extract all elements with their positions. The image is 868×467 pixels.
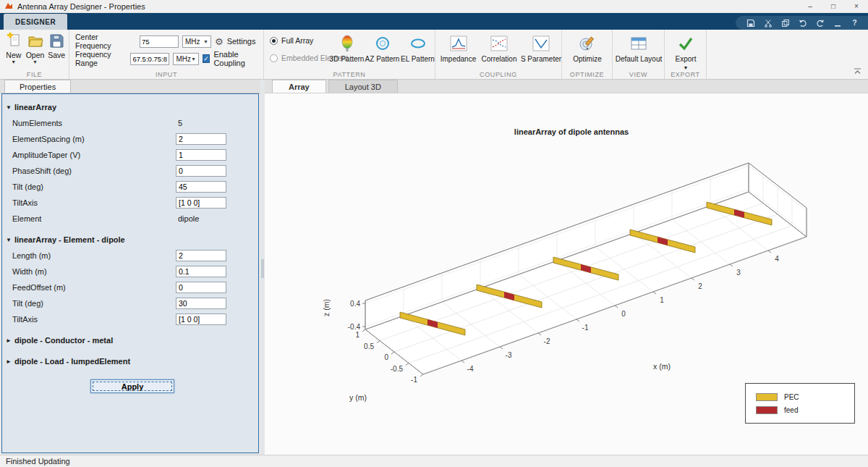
caret-down-icon: ▼ [203, 39, 208, 44]
property-section-header[interactable]: ►dipole - Load - lumpedElement [2, 353, 258, 369]
property-input[interactable] [176, 165, 226, 177]
export-button[interactable]: Export ▼ [667, 33, 705, 70]
property-input[interactable] [176, 133, 226, 145]
save-icon[interactable] [746, 18, 755, 28]
undo-icon[interactable] [798, 18, 807, 28]
el-pattern-button[interactable]: EL Pattern [400, 33, 435, 63]
redo-icon[interactable] [815, 18, 825, 28]
frequency-range-input[interactable] [130, 53, 169, 65]
y-tick [377, 341, 380, 343]
property-row: NumElements5 [2, 115, 258, 131]
titlebar: Antenna Array Designer - Properties – □ … [0, 0, 868, 13]
save-button[interactable]: Save [47, 33, 66, 64]
new-button[interactable]: New ▼ [4, 33, 23, 64]
section-label-export: EXPORT [665, 71, 706, 78]
property-label: Tilt (deg) [12, 182, 43, 191]
x-tick-label: -1 [582, 324, 589, 332]
correlation-icon [490, 34, 509, 53]
property-section-header[interactable]: ▼linearArray [2, 99, 258, 115]
property-input[interactable] [176, 250, 226, 261]
expanded-arrow-icon: ▼ [6, 237, 12, 243]
apply-button[interactable]: Apply [90, 379, 174, 393]
optimize-label: Optimize [573, 55, 601, 63]
az-pattern-icon [373, 34, 392, 53]
y-tick-label: -1 [411, 376, 417, 384]
x-tick [538, 333, 541, 335]
caret-down-icon: ▼ [33, 60, 38, 64]
property-label: TiltAxis [12, 315, 38, 324]
property-input[interactable] [176, 298, 226, 309]
section-optimize: Optimize OPTIMIZE [562, 30, 613, 79]
copy-icon[interactable] [780, 18, 790, 28]
x-axis-label: x (m) [653, 362, 671, 371]
x-tick [730, 264, 733, 266]
z-tick-label: 0.4 [350, 300, 360, 308]
property-input[interactable] [176, 282, 226, 293]
full-array-label: Full Array [281, 36, 313, 45]
property-label: linearArray [14, 103, 56, 112]
property-label: NumElements [12, 119, 62, 127]
tab-layout-3d[interactable]: Layout 3D [328, 80, 398, 93]
main-area: Properties ▼linearArrayNumElements5Eleme… [0, 80, 868, 455]
property-row: Width (m) [2, 264, 258, 279]
tab-designer[interactable]: DESIGNER [4, 14, 67, 30]
x-tick [768, 251, 771, 253]
help-icon[interactable]: ? [850, 18, 859, 28]
s-parameter-label: S Parameter [521, 55, 561, 63]
collapse-ribbon-button[interactable] [853, 67, 862, 76]
property-label: Length (m) [12, 251, 51, 260]
cut-icon[interactable] [763, 18, 773, 28]
collapsed-arrow-icon: ► [6, 358, 12, 365]
correlation-button[interactable]: Correlation [478, 33, 520, 63]
plot-region: Array Layout 3D -4-3-2-10123410.50-0.5-1… [265, 80, 868, 455]
tab-properties[interactable]: Properties [4, 80, 71, 93]
frequency-range-unit-select[interactable]: MHz ▼ [173, 53, 199, 65]
tab-array[interactable]: Array [272, 80, 326, 93]
el-pattern-label: EL Pattern [401, 55, 435, 63]
property-input[interactable] [176, 266, 226, 277]
x-tick [653, 292, 656, 294]
property-label: linearArray - Element - dipole [14, 235, 125, 244]
properties-tabbar: Properties [0, 80, 260, 93]
window-title: Antenna Array Designer - Properties [17, 2, 145, 11]
frequency-range-label: Frequency Range [75, 50, 127, 67]
property-input[interactable] [176, 181, 226, 193]
optimize-button[interactable]: Optimize [568, 33, 607, 63]
caret-down-icon: ▼ [684, 65, 689, 70]
impedance-button[interactable]: Impedance [438, 33, 478, 63]
legend-label-pec: PEC [784, 393, 799, 401]
y-tick [406, 363, 409, 366]
minimize-ribbon-icon[interactable] [833, 18, 842, 28]
section-label-view: VIEW [613, 71, 664, 78]
property-row: PhaseShift (deg) [2, 163, 258, 179]
s-parameter-button[interactable]: S Parameter [520, 33, 562, 63]
caret-down-icon: ▼ [191, 56, 196, 62]
property-input[interactable] [176, 149, 226, 161]
maximize-button[interactable]: □ [822, 0, 845, 12]
property-value: 5 [178, 119, 182, 127]
radio-unselected-icon [270, 54, 278, 62]
center-frequency-input[interactable] [140, 35, 179, 48]
az-pattern-label: AZ Pattern [365, 55, 400, 63]
y-axis-label: y (m) [349, 393, 367, 402]
property-section-header[interactable]: ►dipole - Conductor - metal [2, 332, 258, 348]
toolstrip: New ▼ Open ▼ Save FILE Center Frequency … [0, 30, 868, 80]
default-layout-button[interactable]: Default Layout [614, 33, 663, 63]
x-tick [461, 361, 464, 363]
property-label: Tilt (deg) [12, 299, 43, 308]
property-label: PhaseShift (deg) [12, 167, 72, 175]
enable-coupling-checkbox[interactable]: ✓ [203, 54, 210, 63]
open-button[interactable]: Open ▼ [26, 33, 45, 64]
settings-button[interactable]: Settings [227, 37, 256, 46]
legend-swatch-pec [756, 393, 778, 401]
properties-rows: ▼linearArrayNumElements5ElementSpacing (… [2, 99, 258, 369]
minimize-button[interactable]: – [799, 0, 822, 12]
property-section-header[interactable]: ▼linearArray - Element - dipole [2, 232, 258, 248]
3d-pattern-button[interactable]: 3D Pattern [329, 33, 365, 63]
property-label: dipole - Load - lumpedElement [14, 357, 130, 366]
property-input[interactable] [176, 314, 226, 325]
center-frequency-unit-select[interactable]: MHz ▼ [182, 35, 211, 48]
az-pattern-button[interactable]: AZ Pattern [365, 33, 400, 63]
close-button[interactable]: × [845, 0, 868, 12]
property-input[interactable] [176, 197, 226, 209]
